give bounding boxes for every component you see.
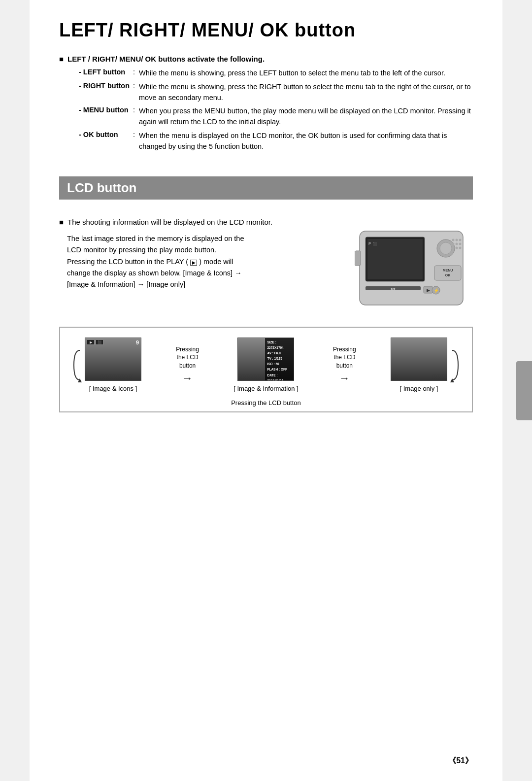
svg-text:OK: OK (445, 273, 451, 277)
svg-point-7 (459, 239, 462, 241)
diagram-box: ▶ ⬛ 9 [ Image & Icons ] Pressingthe LCDb… (59, 327, 473, 412)
press-block-1: Pressingthe LCDbutton → (176, 345, 199, 385)
pressing-label-1: Pressingthe LCDbutton (176, 345, 199, 370)
ok-button-row: - OK button : When the menu is displayed… (79, 131, 473, 152)
diagram-section-wrapper: ▶ ⬛ 9 [ Image & Icons ] Pressingthe LCDb… (59, 327, 473, 412)
svg-rect-14 (434, 266, 461, 280)
lcd-intro: The shooting information will be display… (59, 216, 340, 228)
svg-text:◀/▶: ◀/▶ (390, 287, 396, 290)
left-colon: : (133, 68, 135, 79)
play-icon: ▶ (190, 260, 197, 266)
svg-text:⬛: ⬛ (373, 241, 377, 246)
camera-diagram: MENU OK ▶ ⚡ ◀/▶ P ⬛ (355, 216, 473, 317)
right-tab (516, 361, 532, 420)
lcd-content: The shooting information will be display… (59, 216, 473, 317)
right-button-label: - RIGHT button (79, 82, 133, 103)
svg-point-11 (452, 247, 455, 249)
label-1: [ Image & Icons ] (89, 385, 137, 392)
right-colon: : (133, 82, 135, 103)
svg-point-13 (459, 247, 462, 249)
page-number: 《51》 (448, 756, 473, 766)
lcd-body: The last image stored in the memory is d… (67, 233, 340, 290)
section1-block: LEFT / RIGHT/ MENU/ OK buttons activate … (59, 55, 473, 152)
ok-button-label: - OK button (79, 131, 133, 152)
svg-text:▶: ▶ (427, 288, 430, 293)
info-text: SIZE : 2272X1704 AV : F6.0 TV : 1/125 IS… (267, 340, 292, 381)
left-button-row: - LEFT button : While the menu is showin… (79, 68, 473, 79)
diagram-item-3: [ Image only ] (391, 338, 447, 392)
image-icons-box: ▶ ⬛ 9 (85, 338, 141, 381)
left-button-label: - LEFT button (79, 68, 133, 79)
info-overlay: SIZE : 2272X1704 AV : F6.0 TV : 1/125 IS… (265, 338, 294, 380)
right-button-row: - RIGHT button : While the menu is showi… (79, 82, 473, 103)
diagram-caption: Pressing the LCD button (70, 399, 462, 407)
right-arrow-1: → (182, 372, 193, 385)
menu-button-desc: When you press the MENU button, the play… (139, 106, 473, 128)
top-icons: ▶ ⬛ (87, 340, 103, 345)
svg-point-10 (459, 243, 462, 245)
svg-point-9 (456, 243, 458, 245)
svg-marker-27 (450, 378, 454, 382)
menu-button-label: - MENU button (79, 106, 133, 128)
label-2: [ Image & Information ] (233, 385, 299, 392)
ok-button-desc: When the menu is displayed on the LCD mo… (139, 131, 473, 152)
diagram-item-1: ▶ ⬛ 9 [ Image & Icons ] (85, 338, 141, 392)
svg-text:MENU: MENU (443, 269, 453, 272)
svg-text:⚡: ⚡ (433, 288, 439, 294)
svg-point-6 (456, 239, 458, 241)
menu-colon: : (133, 106, 135, 128)
svg-point-8 (452, 243, 455, 245)
image-only-box (391, 338, 447, 381)
camera-svg: MENU OK ▶ ⚡ ◀/▶ P ⬛ (355, 216, 473, 315)
right-arrow-2: → (339, 372, 350, 385)
lcd-text-block: The shooting information will be display… (59, 216, 340, 317)
svg-point-12 (456, 247, 458, 249)
lcd-intro-text: The shooting information will be display… (67, 216, 272, 228)
right-button-desc: While the menu is showing, press the RIG… (139, 82, 473, 103)
menu-button-row: - MENU button : When you press the MENU … (79, 106, 473, 128)
left-button-desc: While the menu is showing, press the LEF… (139, 68, 473, 79)
press-block-2: Pressingthe LCDbutton → (333, 345, 356, 385)
diagram-item-2: SIZE : 2272X1704 AV : F6.0 TV : 1/125 IS… (233, 338, 299, 392)
pressing-label-2: Pressingthe LCDbutton (333, 345, 356, 370)
icon-2: ⬛ (96, 340, 103, 345)
button-list: - LEFT button : While the menu is showin… (79, 68, 473, 152)
curved-arrow-left (70, 345, 85, 385)
section1-intro: LEFT / RIGHT/ MENU/ OK buttons activate … (59, 55, 473, 63)
icon-1: ▶ (87, 340, 95, 345)
diagram-item-1-group: ▶ ⬛ 9 [ Image & Icons ] (70, 338, 141, 392)
svg-text:P: P (368, 241, 371, 246)
ok-colon: : (133, 131, 135, 152)
diagram-item-3-group: [ Image only ] (391, 338, 462, 392)
image-info-box: SIZE : 2272X1704 AV : F6.0 TV : 1/125 IS… (237, 338, 294, 381)
label-3: [ Image only ] (399, 385, 438, 392)
section2-header: LCD button (59, 176, 473, 200)
diagram-row: ▶ ⬛ 9 [ Image & Icons ] Pressingthe LCDb… (70, 338, 462, 392)
page-container: LEFT/ RIGHT/ MENU/ OK button LEFT / RIGH… (30, 0, 502, 781)
svg-point-5 (452, 239, 455, 241)
curved-arrow-right (447, 345, 462, 385)
svg-rect-25 (355, 251, 361, 266)
svg-point-4 (440, 242, 452, 254)
svg-marker-26 (78, 378, 82, 382)
person-bg-3 (391, 338, 447, 380)
image-number: 9 (136, 340, 139, 345)
page-title: LEFT/ RIGHT/ MENU/ OK button (59, 20, 473, 41)
